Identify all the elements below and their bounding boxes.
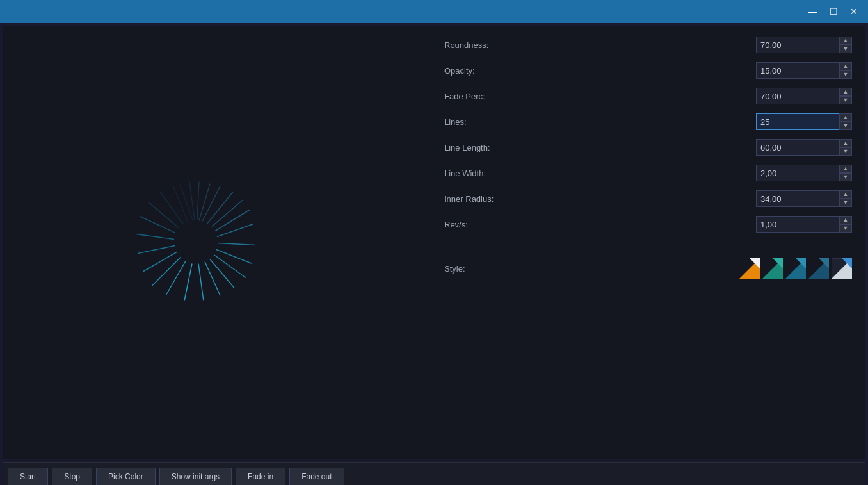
- fade-perc-row: Fade Perc: ▲ ▼: [444, 88, 852, 104]
- opacity-label: Opacity:: [444, 66, 534, 76]
- inner-radius-up[interactable]: ▲: [839, 190, 852, 199]
- line-width-label: Line Width:: [444, 169, 534, 178]
- svg-line-3: [199, 183, 210, 220]
- svg-line-17: [152, 257, 181, 285]
- window-controls: — ☐ ✕: [804, 4, 863, 19]
- svg-line-15: [184, 263, 192, 300]
- svg-line-11: [214, 254, 246, 277]
- opacity-row: Opacity: ▲ ▼: [444, 62, 852, 79]
- svg-line-9: [218, 243, 255, 245]
- fade-perc-input[interactable]: [756, 88, 839, 104]
- svg-line-19: [138, 245, 175, 253]
- line-length-row: Line Length: ▲ ▼: [444, 139, 852, 156]
- revs-up[interactable]: ▲: [839, 216, 852, 224]
- style-section: Style:: [444, 258, 852, 279]
- svg-line-18: [143, 252, 177, 271]
- style-icon-5[interactable]: [832, 258, 852, 279]
- lines-label: Lines:: [444, 117, 534, 127]
- svg-line-24: [173, 185, 188, 221]
- style-icon-2[interactable]: [762, 258, 783, 279]
- svg-line-23: [160, 192, 183, 224]
- roundness-up[interactable]: ▲: [839, 37, 852, 45]
- svg-line-2: [197, 181, 199, 220]
- line-length-label: Line Length:: [444, 143, 534, 152]
- style-icon-4[interactable]: [808, 258, 829, 279]
- style-label: Style:: [444, 264, 534, 274]
- opacity-input[interactable]: [756, 62, 839, 79]
- line-length-up[interactable]: ▲: [839, 139, 852, 147]
- svg-line-8: [217, 224, 253, 236]
- close-button[interactable]: ✕: [845, 4, 863, 19]
- lines-up[interactable]: ▲: [839, 113, 852, 122]
- canvas-area: [3, 26, 431, 459]
- inner-radius-input-wrap: ▲ ▼: [756, 190, 852, 207]
- opacity-down[interactable]: ▼: [839, 70, 852, 79]
- svg-line-13: [205, 261, 220, 295]
- svg-line-14: [198, 263, 204, 300]
- opacity-input-wrap: ▲ ▼: [756, 62, 852, 79]
- fade-in-button[interactable]: Fade in: [236, 468, 285, 486]
- svg-line-12: [210, 259, 234, 288]
- line-width-up[interactable]: ▲: [839, 165, 852, 173]
- settings-panel: Roundness: ▲ ▼ Opacity: ▲ ▼ Fade Perc:: [431, 26, 865, 459]
- start-button[interactable]: Start: [8, 468, 48, 486]
- revs-row: Rev/s: ▲ ▼: [444, 216, 852, 233]
- fade-perc-input-wrap: ▲ ▼: [756, 88, 852, 104]
- svg-line-5: [207, 192, 233, 223]
- show-init-args-button[interactable]: Show init args: [159, 468, 232, 486]
- style-icon-3[interactable]: [785, 258, 806, 279]
- fade-perc-up[interactable]: ▲: [839, 88, 852, 96]
- fade-perc-label: Fade Perc:: [444, 92, 534, 101]
- line-length-input[interactable]: [756, 139, 839, 156]
- inner-radius-down[interactable]: ▼: [839, 199, 852, 207]
- fade-out-button[interactable]: Fade out: [289, 468, 344, 486]
- svg-line-10: [216, 249, 252, 263]
- revs-input-wrap: ▲ ▼: [756, 216, 852, 233]
- line-length-down[interactable]: ▼: [839, 147, 852, 156]
- bottom-toolbar: Start Stop Pick Color Show init args Fad…: [3, 462, 865, 485]
- spinner-container: [125, 171, 266, 314]
- line-width-down[interactable]: ▼: [839, 173, 852, 181]
- window-chrome: — ☐ ✕: [0, 0, 868, 23]
- lines-input-wrap: ▲ ▼: [756, 113, 852, 130]
- stop-button[interactable]: Stop: [52, 468, 92, 486]
- lines-row: Lines: ▲ ▼: [444, 113, 852, 130]
- svg-line-16: [166, 261, 186, 294]
- roundness-input[interactable]: [756, 37, 839, 53]
- lines-down[interactable]: ▼: [839, 122, 852, 130]
- revs-label: Rev/s:: [444, 220, 534, 229]
- style-icon-1[interactable]: [739, 258, 760, 279]
- maximize-button[interactable]: ☐: [824, 4, 842, 19]
- style-icons: [739, 258, 852, 279]
- fade-perc-down[interactable]: ▼: [839, 96, 852, 104]
- svg-line-7: [215, 210, 250, 231]
- pick-color-button[interactable]: Pick Color: [96, 468, 156, 486]
- inner-radius-label: Inner Radius:: [444, 194, 534, 204]
- roundness-label: Roundness:: [444, 40, 534, 50]
- line-width-input[interactable]: [756, 165, 839, 181]
- line-length-input-wrap: ▲ ▼: [756, 139, 852, 156]
- line-width-input-wrap: ▲ ▼: [756, 165, 852, 181]
- inner-radius-row: Inner Radius: ▲ ▼: [444, 190, 852, 207]
- inner-radius-input[interactable]: [756, 190, 839, 207]
- roundness-down[interactable]: ▼: [839, 45, 852, 53]
- revs-down[interactable]: ▼: [839, 224, 852, 233]
- minimize-button[interactable]: —: [804, 4, 822, 19]
- roundness-input-wrap: ▲ ▼: [756, 37, 852, 53]
- svg-line-22: [149, 202, 179, 227]
- svg-line-20: [136, 234, 174, 239]
- app-body: Roundness: ▲ ▼ Opacity: ▲ ▼ Fade Perc:: [3, 26, 865, 459]
- svg-line-6: [212, 199, 243, 226]
- opacity-up[interactable]: ▲: [839, 62, 852, 70]
- roundness-row: Roundness: ▲ ▼: [444, 37, 852, 53]
- svg-line-21: [140, 216, 175, 233]
- line-width-row: Line Width: ▲ ▼: [444, 165, 852, 181]
- svg-line-4: [202, 186, 220, 221]
- revs-input[interactable]: [756, 216, 839, 233]
- lines-input[interactable]: [756, 113, 839, 130]
